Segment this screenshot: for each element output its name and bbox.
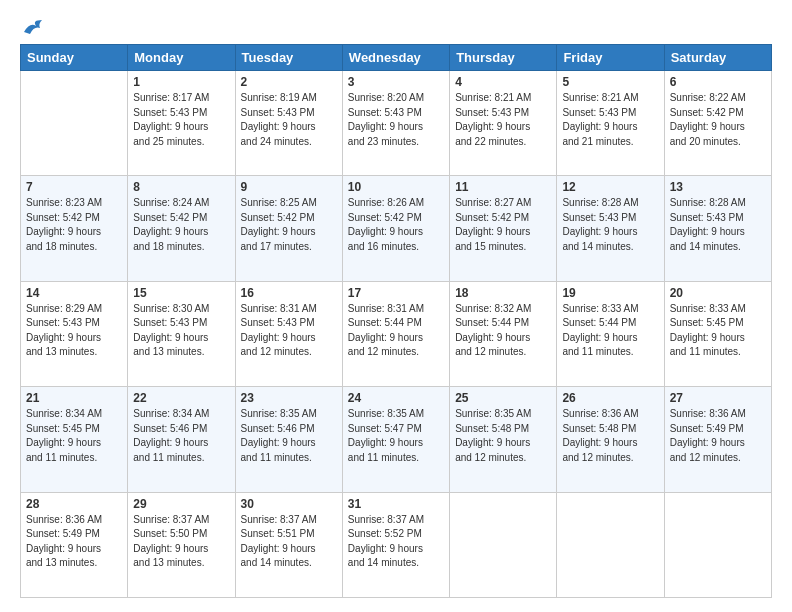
day-info: Sunrise: 8:36 AM Sunset: 5:48 PM Dayligh… <box>562 407 658 465</box>
calendar-cell: 31Sunrise: 8:37 AM Sunset: 5:52 PM Dayli… <box>342 492 449 597</box>
calendar-cell <box>664 492 771 597</box>
calendar-cell: 29Sunrise: 8:37 AM Sunset: 5:50 PM Dayli… <box>128 492 235 597</box>
calendar-cell: 7Sunrise: 8:23 AM Sunset: 5:42 PM Daylig… <box>21 176 128 281</box>
day-number: 26 <box>562 391 658 405</box>
calendar-cell: 8Sunrise: 8:24 AM Sunset: 5:42 PM Daylig… <box>128 176 235 281</box>
calendar-cell: 20Sunrise: 8:33 AM Sunset: 5:45 PM Dayli… <box>664 281 771 386</box>
day-number: 21 <box>26 391 122 405</box>
calendar-cell: 23Sunrise: 8:35 AM Sunset: 5:46 PM Dayli… <box>235 387 342 492</box>
calendar-cell: 12Sunrise: 8:28 AM Sunset: 5:43 PM Dayli… <box>557 176 664 281</box>
day-number: 17 <box>348 286 444 300</box>
day-info: Sunrise: 8:29 AM Sunset: 5:43 PM Dayligh… <box>26 302 122 360</box>
calendar-cell: 17Sunrise: 8:31 AM Sunset: 5:44 PM Dayli… <box>342 281 449 386</box>
day-info: Sunrise: 8:31 AM Sunset: 5:44 PM Dayligh… <box>348 302 444 360</box>
day-number: 30 <box>241 497 337 511</box>
calendar-cell <box>557 492 664 597</box>
calendar-cell: 1Sunrise: 8:17 AM Sunset: 5:43 PM Daylig… <box>128 71 235 176</box>
day-number: 20 <box>670 286 766 300</box>
day-number: 19 <box>562 286 658 300</box>
calendar-col-friday: Friday <box>557 45 664 71</box>
day-number: 4 <box>455 75 551 89</box>
day-number: 5 <box>562 75 658 89</box>
calendar-week-row: 14Sunrise: 8:29 AM Sunset: 5:43 PM Dayli… <box>21 281 772 386</box>
calendar-header-row: SundayMondayTuesdayWednesdayThursdayFrid… <box>21 45 772 71</box>
day-number: 27 <box>670 391 766 405</box>
day-number: 12 <box>562 180 658 194</box>
calendar-cell: 22Sunrise: 8:34 AM Sunset: 5:46 PM Dayli… <box>128 387 235 492</box>
day-number: 29 <box>133 497 229 511</box>
calendar-cell: 30Sunrise: 8:37 AM Sunset: 5:51 PM Dayli… <box>235 492 342 597</box>
calendar-col-thursday: Thursday <box>450 45 557 71</box>
calendar-cell: 10Sunrise: 8:26 AM Sunset: 5:42 PM Dayli… <box>342 176 449 281</box>
calendar-table: SundayMondayTuesdayWednesdayThursdayFrid… <box>20 44 772 598</box>
day-number: 28 <box>26 497 122 511</box>
day-info: Sunrise: 8:21 AM Sunset: 5:43 PM Dayligh… <box>455 91 551 149</box>
calendar-col-wednesday: Wednesday <box>342 45 449 71</box>
calendar-col-monday: Monday <box>128 45 235 71</box>
calendar-col-tuesday: Tuesday <box>235 45 342 71</box>
day-info: Sunrise: 8:35 AM Sunset: 5:47 PM Dayligh… <box>348 407 444 465</box>
page: SundayMondayTuesdayWednesdayThursdayFrid… <box>0 0 792 612</box>
day-info: Sunrise: 8:32 AM Sunset: 5:44 PM Dayligh… <box>455 302 551 360</box>
day-number: 24 <box>348 391 444 405</box>
day-info: Sunrise: 8:28 AM Sunset: 5:43 PM Dayligh… <box>562 196 658 254</box>
calendar-cell: 2Sunrise: 8:19 AM Sunset: 5:43 PM Daylig… <box>235 71 342 176</box>
day-info: Sunrise: 8:17 AM Sunset: 5:43 PM Dayligh… <box>133 91 229 149</box>
day-number: 7 <box>26 180 122 194</box>
day-number: 23 <box>241 391 337 405</box>
day-info: Sunrise: 8:37 AM Sunset: 5:52 PM Dayligh… <box>348 513 444 571</box>
calendar-cell: 18Sunrise: 8:32 AM Sunset: 5:44 PM Dayli… <box>450 281 557 386</box>
calendar-cell: 27Sunrise: 8:36 AM Sunset: 5:49 PM Dayli… <box>664 387 771 492</box>
calendar-cell: 14Sunrise: 8:29 AM Sunset: 5:43 PM Dayli… <box>21 281 128 386</box>
logo <box>20 18 44 36</box>
day-number: 1 <box>133 75 229 89</box>
calendar-cell: 5Sunrise: 8:21 AM Sunset: 5:43 PM Daylig… <box>557 71 664 176</box>
day-number: 11 <box>455 180 551 194</box>
day-info: Sunrise: 8:27 AM Sunset: 5:42 PM Dayligh… <box>455 196 551 254</box>
day-info: Sunrise: 8:33 AM Sunset: 5:45 PM Dayligh… <box>670 302 766 360</box>
calendar-week-row: 28Sunrise: 8:36 AM Sunset: 5:49 PM Dayli… <box>21 492 772 597</box>
day-info: Sunrise: 8:26 AM Sunset: 5:42 PM Dayligh… <box>348 196 444 254</box>
day-info: Sunrise: 8:35 AM Sunset: 5:46 PM Dayligh… <box>241 407 337 465</box>
day-info: Sunrise: 8:28 AM Sunset: 5:43 PM Dayligh… <box>670 196 766 254</box>
day-number: 10 <box>348 180 444 194</box>
day-info: Sunrise: 8:37 AM Sunset: 5:51 PM Dayligh… <box>241 513 337 571</box>
calendar-cell: 16Sunrise: 8:31 AM Sunset: 5:43 PM Dayli… <box>235 281 342 386</box>
calendar-cell: 13Sunrise: 8:28 AM Sunset: 5:43 PM Dayli… <box>664 176 771 281</box>
day-info: Sunrise: 8:35 AM Sunset: 5:48 PM Dayligh… <box>455 407 551 465</box>
calendar-cell <box>21 71 128 176</box>
day-number: 15 <box>133 286 229 300</box>
calendar-cell: 11Sunrise: 8:27 AM Sunset: 5:42 PM Dayli… <box>450 176 557 281</box>
day-info: Sunrise: 8:33 AM Sunset: 5:44 PM Dayligh… <box>562 302 658 360</box>
calendar-cell: 26Sunrise: 8:36 AM Sunset: 5:48 PM Dayli… <box>557 387 664 492</box>
day-number: 25 <box>455 391 551 405</box>
day-number: 2 <box>241 75 337 89</box>
calendar-cell: 21Sunrise: 8:34 AM Sunset: 5:45 PM Dayli… <box>21 387 128 492</box>
calendar-col-saturday: Saturday <box>664 45 771 71</box>
calendar-cell: 4Sunrise: 8:21 AM Sunset: 5:43 PM Daylig… <box>450 71 557 176</box>
day-info: Sunrise: 8:36 AM Sunset: 5:49 PM Dayligh… <box>26 513 122 571</box>
day-info: Sunrise: 8:23 AM Sunset: 5:42 PM Dayligh… <box>26 196 122 254</box>
calendar-week-row: 1Sunrise: 8:17 AM Sunset: 5:43 PM Daylig… <box>21 71 772 176</box>
day-info: Sunrise: 8:25 AM Sunset: 5:42 PM Dayligh… <box>241 196 337 254</box>
day-number: 16 <box>241 286 337 300</box>
calendar-cell: 3Sunrise: 8:20 AM Sunset: 5:43 PM Daylig… <box>342 71 449 176</box>
calendar-cell: 9Sunrise: 8:25 AM Sunset: 5:42 PM Daylig… <box>235 176 342 281</box>
calendar-cell: 19Sunrise: 8:33 AM Sunset: 5:44 PM Dayli… <box>557 281 664 386</box>
day-info: Sunrise: 8:34 AM Sunset: 5:46 PM Dayligh… <box>133 407 229 465</box>
calendar-week-row: 7Sunrise: 8:23 AM Sunset: 5:42 PM Daylig… <box>21 176 772 281</box>
day-info: Sunrise: 8:21 AM Sunset: 5:43 PM Dayligh… <box>562 91 658 149</box>
day-number: 14 <box>26 286 122 300</box>
day-info: Sunrise: 8:30 AM Sunset: 5:43 PM Dayligh… <box>133 302 229 360</box>
day-number: 8 <box>133 180 229 194</box>
day-number: 18 <box>455 286 551 300</box>
calendar-cell: 6Sunrise: 8:22 AM Sunset: 5:42 PM Daylig… <box>664 71 771 176</box>
day-info: Sunrise: 8:24 AM Sunset: 5:42 PM Dayligh… <box>133 196 229 254</box>
calendar-cell <box>450 492 557 597</box>
day-info: Sunrise: 8:31 AM Sunset: 5:43 PM Dayligh… <box>241 302 337 360</box>
day-number: 31 <box>348 497 444 511</box>
calendar-col-sunday: Sunday <box>21 45 128 71</box>
day-info: Sunrise: 8:34 AM Sunset: 5:45 PM Dayligh… <box>26 407 122 465</box>
day-info: Sunrise: 8:37 AM Sunset: 5:50 PM Dayligh… <box>133 513 229 571</box>
day-number: 6 <box>670 75 766 89</box>
